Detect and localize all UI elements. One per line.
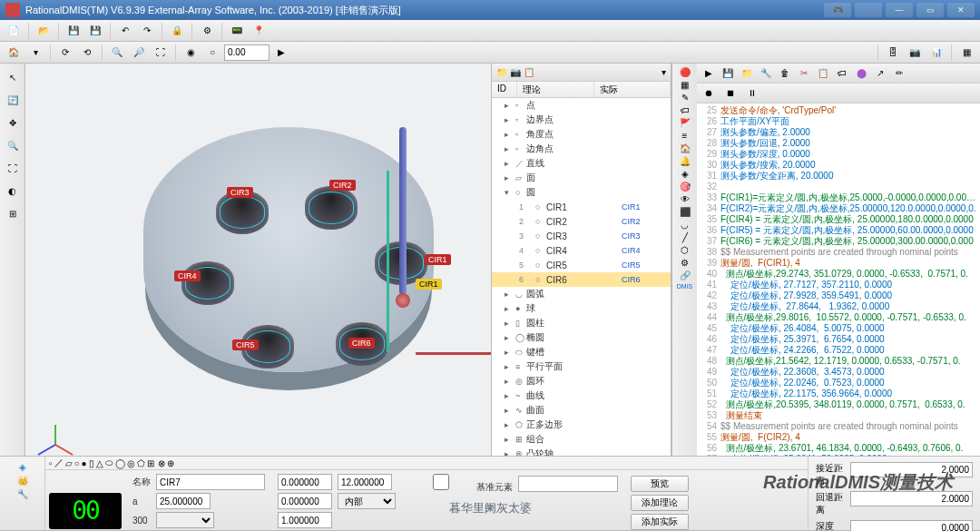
tree-item[interactable]: ▸▱面 <box>492 171 671 185</box>
code-line[interactable]: 37F(CIR6) = 元素定义/圆,内,极坐标, 25.00000,300.0… <box>699 236 978 247</box>
crown-icon[interactable]: 👑 <box>17 476 28 486</box>
code-line[interactable]: 29测头参数/深度, 0.0000 <box>699 149 978 160</box>
preview-button[interactable]: 预览 <box>631 476 689 492</box>
list-icon[interactable]: ≡ <box>682 131 688 141</box>
zoom-out-icon[interactable]: 🔎 <box>129 44 149 62</box>
code-line[interactable]: 42 定位/极坐标, 27.9928, 359.5491, 0.0000 <box>699 290 978 301</box>
home2-icon[interactable]: 🏠 <box>680 143 691 153</box>
tree-item[interactable]: ▸◡圆弧 <box>492 287 671 301</box>
tree-item[interactable]: ▸▯圆柱 <box>492 316 671 330</box>
view-icon[interactable]: 👁 <box>681 194 690 204</box>
tree-child[interactable]: 5○CIR5CIR5 <box>492 258 671 272</box>
tree-item[interactable]: ▸~曲线 <box>492 388 671 403</box>
tree-item[interactable]: ▸⬭键槽 <box>492 345 671 359</box>
name-input[interactable] <box>156 474 265 490</box>
x1-icon[interactable]: ⊗ <box>158 458 165 468</box>
pt-icon[interactable]: ▫ <box>49 458 53 468</box>
code-line[interactable]: 33F(CIR1)=元素定义/圆,内,极坐标,25.0000,-0.0000,0… <box>699 192 978 203</box>
pause-icon[interactable]: ⏸ <box>744 85 760 102</box>
tree-child[interactable]: 2○CIR2CIR2 <box>492 214 671 229</box>
tree-item[interactable]: ▸◎圆环 <box>492 374 671 388</box>
folder-icon[interactable]: 📁 <box>496 67 507 77</box>
code-line[interactable]: 32 <box>699 182 978 192</box>
add-actual-button[interactable]: 添加实际 <box>631 514 689 530</box>
camera-icon[interactable]: 📷 <box>905 44 925 62</box>
tree-item[interactable]: ▸▫边角点 <box>492 142 671 156</box>
zoom-in-icon[interactable]: 🔍 <box>107 44 127 62</box>
code-line[interactable]: 44 测点/极坐标,29.8016, 10.5572, 0.0000, -0.7… <box>699 312 978 323</box>
settings-icon[interactable]: ⚙ <box>197 22 217 40</box>
ci-icon[interactable]: ○ <box>74 458 80 468</box>
retract-input[interactable] <box>850 491 973 506</box>
tree-item[interactable]: ▸▫角度点 <box>492 127 671 142</box>
bell-icon[interactable]: 🔔 <box>680 156 691 166</box>
save2-icon[interactable]: 💾 <box>720 65 736 82</box>
code-line[interactable]: 31测头参数/安全距离, 20.0000 <box>699 171 978 182</box>
code-line[interactable]: 55测量/圆, F(CIR2), 4 <box>699 432 978 443</box>
inner-select[interactable]: 内部 <box>338 493 396 509</box>
code-line[interactable]: 53 测量结束 <box>699 410 978 421</box>
tree-child[interactable]: 1○CIR1CIR1 <box>492 200 671 214</box>
code-line[interactable]: 50 定位/极坐标, 22.0246, 0.7523, 0.0000 <box>699 378 978 388</box>
maximize-button[interactable]: ▭ <box>916 3 944 17</box>
folder2-icon[interactable]: 📁 <box>739 65 755 82</box>
code-line[interactable]: 27测头参数/偏差, 2.0000 <box>699 127 978 138</box>
x2-icon[interactable]: ⊕ <box>167 458 174 468</box>
z3-input[interactable] <box>278 512 332 528</box>
tree-item[interactable]: ▸●球 <box>492 301 671 316</box>
dot-icon[interactable]: 🔴 <box>680 67 691 77</box>
camera2-icon[interactable]: 📷 <box>510 67 521 77</box>
code-line[interactable]: 45 定位/极坐标, 26.4084, 5.0075, 0.0000 <box>699 323 978 334</box>
arc-icon[interactable]: ◡ <box>681 220 689 230</box>
menu-icon[interactable]: ▾ <box>662 67 666 77</box>
x2-input[interactable] <box>278 474 332 490</box>
file-new-icon[interactable]: 📄 <box>4 22 24 40</box>
code-line[interactable]: 26工作平面/XY平面 <box>699 116 978 127</box>
stamp-icon[interactable]: 🏷 <box>834 65 850 82</box>
code-line[interactable]: 47 定位/极坐标, 24.2266, 6.7522, 0.0000 <box>699 345 978 356</box>
z2-input[interactable] <box>278 493 332 509</box>
fit-icon[interactable]: ⛶ <box>151 44 171 62</box>
tree-item[interactable]: ▸≡平行平面 <box>492 359 671 374</box>
tree-item[interactable]: ▸⬠正多边形 <box>492 418 671 432</box>
el-icon[interactable]: ◯ <box>115 458 125 468</box>
play-icon[interactable]: ▶ <box>701 65 717 82</box>
grid-icon[interactable]: ▦ <box>681 80 689 90</box>
link-icon[interactable]: 🔗 <box>680 270 691 280</box>
trash-icon[interactable]: 🗑 <box>777 65 793 82</box>
flag-icon[interactable]: 🚩 <box>680 118 691 128</box>
break-icon[interactable]: ⬤ <box>853 65 869 82</box>
tree-item[interactable]: ▸▫点 <box>492 98 671 113</box>
save-icon[interactable]: 💾 <box>64 22 83 40</box>
paste-icon[interactable]: 📋 <box>524 67 534 77</box>
lock-icon[interactable]: 🔒 <box>167 22 187 40</box>
copy2-icon[interactable]: 📋 <box>815 65 831 82</box>
code-line[interactable]: 40 测点/极坐标,29.2743, 351.0729, 0.0000, -0.… <box>699 269 978 280</box>
y2-input[interactable] <box>338 474 392 490</box>
tree-child[interactable]: 4○CIR4CIR4 <box>492 243 671 258</box>
tool-icon[interactable]: 🔧 <box>758 65 774 82</box>
probe-icon[interactable]: 📍 <box>249 22 269 40</box>
dmis-icon[interactable]: DMIS <box>677 283 693 290</box>
code-line[interactable]: 46 定位/极坐标, 25.3971, 6.7654, 0.0000 <box>699 334 978 345</box>
saveas-icon[interactable]: 💾 <box>85 22 105 40</box>
tree-item[interactable]: ▾○圆 <box>492 185 671 200</box>
devices-icon[interactable]: 📟 <box>227 22 247 40</box>
code-line[interactable]: 48 测点/极坐标,21.5642, 12.1719, 0.0000, 0.65… <box>699 356 978 367</box>
code-line[interactable]: 51 定位/极坐标, 22.1175, 356.9664, 0.0000 <box>699 388 978 399</box>
code-line[interactable]: 56 测点/极坐标, 23.6701, 46.1834, 0.0000, -0.… <box>699 443 978 454</box>
circle-icon[interactable]: ○ <box>202 44 222 62</box>
db-icon[interactable]: 🗄 <box>883 44 903 62</box>
close-button[interactable]: ✕ <box>947 3 975 17</box>
to-icon[interactable]: ◎ <box>127 458 135 468</box>
window-icon[interactable]: ⛶ <box>3 158 23 178</box>
gear2-icon[interactable]: ⚙ <box>681 258 689 268</box>
base-check[interactable] <box>408 474 474 490</box>
open-icon[interactable]: 📂 <box>34 22 54 40</box>
code-line[interactable]: 34F(CIR2)=元素定义/圆,内,极坐标,25.00000,120.0.00… <box>699 203 978 214</box>
origin-icon[interactable]: ◉ <box>181 44 201 62</box>
wire-icon[interactable]: ⊞ <box>3 203 23 223</box>
sl-icon[interactable]: ⬭ <box>105 457 113 468</box>
rec-icon[interactable]: ⏺ <box>701 85 717 102</box>
code-line[interactable]: 49 定位/极坐标, 22.3608, 3.4573, 0.0000 <box>699 367 978 378</box>
